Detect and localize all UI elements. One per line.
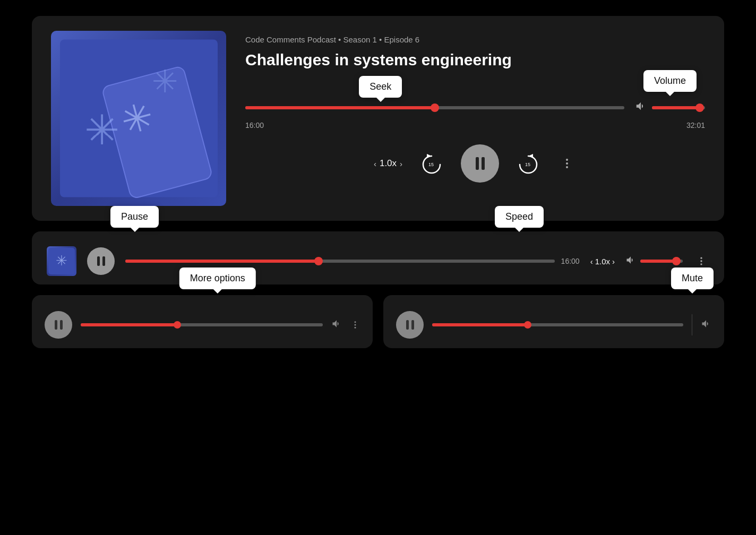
- svg-text:✳: ✳: [56, 253, 67, 269]
- bottom-right-pause-icon: [406, 320, 414, 330]
- compact-volume-bar[interactable]: [640, 260, 683, 263]
- album-art: ✳ ✳ ✳: [51, 31, 226, 206]
- volume-thumb[interactable]: [695, 103, 704, 112]
- svg-text:15: 15: [428, 162, 434, 167]
- total-time: 32:01: [686, 121, 705, 130]
- divider: [692, 314, 692, 335]
- compact-seek-thumb[interactable]: [314, 257, 323, 265]
- compact-speed-label: 1.0x: [595, 257, 610, 266]
- seek-thumb[interactable]: [431, 103, 439, 112]
- current-time: 16:00: [245, 121, 264, 130]
- seek-bar[interactable]: [245, 106, 624, 109]
- svg-point-14: [700, 260, 702, 262]
- compact-more-button[interactable]: [693, 253, 709, 269]
- more-options-button[interactable]: [557, 154, 577, 173]
- svg-point-16: [355, 321, 356, 323]
- bottom-right-volume-icon[interactable]: [701, 318, 711, 332]
- volume-bar[interactable]: [652, 106, 705, 109]
- pause-tooltip: Pause: [110, 206, 159, 228]
- chevron-left-icon: ‹: [374, 159, 376, 168]
- time-labels: 16:00 32:01: [245, 121, 705, 130]
- seek-tooltip: Seek: [359, 76, 402, 98]
- mute-tooltip: Mute: [671, 268, 714, 289]
- compact-time: 16:00: [561, 257, 580, 265]
- compact-speed-control[interactable]: ‹ 1.0x ›: [590, 257, 615, 266]
- mini-album-art: ✳: [47, 246, 76, 276]
- skip-back-button[interactable]: 15: [419, 151, 444, 176]
- bottom-left-player: More options: [32, 295, 373, 348]
- bottom-left-pause-icon: [55, 320, 63, 330]
- compact-volume-section: [625, 255, 683, 268]
- speed-label: 1.0x: [380, 158, 397, 169]
- seek-section: Seek: [245, 106, 624, 109]
- volume-tooltip: Volume: [643, 70, 697, 92]
- chevron-right-icon: ›: [400, 159, 402, 168]
- bottom-right-seek-thumb[interactable]: [524, 321, 531, 329]
- svg-point-9: [566, 162, 568, 165]
- player-info: Code Comments Podcast • Season 1 • Episo…: [245, 31, 705, 183]
- svg-text:15: 15: [525, 162, 530, 167]
- bottom-left-seek-bar[interactable]: [81, 323, 323, 326]
- bottom-right-seek-bar[interactable]: [432, 323, 683, 326]
- speed-control[interactable]: ‹ 1.0x ›: [374, 158, 402, 169]
- compact-seek: 16:00: [125, 257, 580, 265]
- svg-point-8: [566, 159, 568, 161]
- compact-volume-thumb[interactable]: [672, 257, 681, 265]
- compact-pause-button[interactable]: [87, 247, 115, 275]
- compact-player: Pause Speed ✳ 16:00 ‹ 1.0x ›: [32, 231, 724, 284]
- seek-volume-row: Seek Volume: [245, 79, 705, 115]
- svg-point-13: [700, 257, 702, 259]
- compact-pause-icon: [97, 256, 105, 266]
- svg-point-15: [700, 263, 702, 265]
- bottom-right-pause-button[interactable]: [396, 311, 424, 339]
- svg-point-18: [355, 327, 356, 329]
- volume-icon[interactable]: [635, 100, 647, 115]
- compact-chevron-left: ‹: [590, 257, 593, 266]
- episode-meta: Code Comments Podcast • Season 1 • Episo…: [245, 35, 705, 44]
- pause-button[interactable]: [461, 144, 499, 183]
- svg-point-17: [355, 324, 356, 326]
- bottom-right-player: Mute: [383, 295, 724, 348]
- pause-icon: [476, 157, 485, 170]
- controls-row: ‹ 1.0x › 15: [245, 144, 705, 183]
- compact-chevron-right: ›: [612, 257, 615, 266]
- bottom-left-pause-button[interactable]: [45, 311, 72, 339]
- skip-forward-button[interactable]: 15: [516, 151, 540, 176]
- speed-tooltip: Speed: [495, 206, 544, 228]
- bottom-left-seek-thumb[interactable]: [174, 321, 181, 329]
- svg-point-10: [566, 166, 568, 168]
- compact-volume-icon[interactable]: [625, 255, 636, 268]
- more-options-tooltip: More options: [179, 268, 256, 289]
- bottom-row: More options Mute: [32, 295, 724, 348]
- large-player: ✳ ✳ ✳ Code Comments Podcast • Season 1 •…: [32, 16, 724, 221]
- svg-text:✳: ✳: [84, 107, 119, 154]
- compact-seek-bar[interactable]: [125, 260, 555, 263]
- bottom-left-more-button[interactable]: [350, 320, 360, 330]
- volume-section: Volume: [635, 100, 705, 115]
- episode-title: Challenges in systems engineering: [245, 50, 705, 70]
- bottom-left-volume-icon[interactable]: [331, 318, 342, 332]
- svg-text:✳: ✳: [152, 64, 178, 99]
